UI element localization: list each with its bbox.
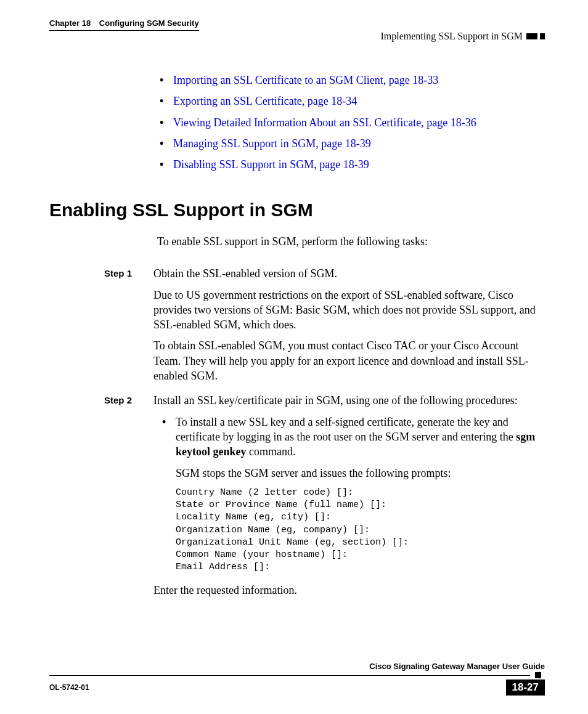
xref-link[interactable]: Exporting an SSL Certificate, page 18-34 bbox=[173, 95, 357, 107]
bullet-text-post: command. bbox=[247, 445, 296, 458]
paragraph: SGM stops the SGM server and issues the … bbox=[176, 466, 545, 481]
paragraph: Install an SSL key/certificate pair in S… bbox=[153, 393, 545, 408]
list-item: Disabling SSL Support in SGM, page 18-39 bbox=[157, 157, 545, 172]
paragraph: Enter the requested information. bbox=[153, 583, 545, 598]
header-right: Implementing SSL Support in SGM bbox=[49, 31, 545, 42]
top-link-list: Importing an SSL Certificate to an SGM C… bbox=[157, 73, 545, 172]
chapter-title: Configuring SGM Security bbox=[99, 18, 199, 28]
footer-guide-title: Cisco Signaling Gateway Manager User Gui… bbox=[49, 662, 545, 671]
step-body: Obtain the SSL-enabled version of SGM. D… bbox=[153, 266, 545, 389]
paragraph: Due to US government restrictions on the… bbox=[153, 288, 545, 333]
header-rule bbox=[49, 30, 199, 31]
page-footer: Cisco Signaling Gateway Manager User Gui… bbox=[49, 662, 545, 696]
list-item: Importing an SSL Certificate to an SGM C… bbox=[157, 73, 545, 87]
header-section-title: Implementing SSL Support in SGM bbox=[380, 31, 523, 42]
page-number: 18-27 bbox=[506, 680, 545, 696]
page-content: Importing an SSL Certificate to an SGM C… bbox=[49, 73, 545, 604]
sub-bullet-list: To install a new SSL key and a self-sign… bbox=[153, 415, 545, 481]
list-item: Exporting an SSL Certificate, page 18-34 bbox=[157, 94, 545, 108]
footer-rule bbox=[49, 675, 530, 676]
step-body: Install an SSL key/certificate pair in S… bbox=[153, 393, 545, 604]
xref-link[interactable]: Managing SSL Support in SGM, page 18-39 bbox=[173, 137, 371, 150]
list-item: Viewing Detailed Information About an SS… bbox=[157, 115, 545, 130]
footer-marker-icon bbox=[535, 672, 541, 678]
header-left: Chapter 18 Configuring SGM Security bbox=[49, 18, 199, 31]
section-heading: Enabling SSL Support in SGM bbox=[49, 198, 545, 223]
bullet-text-pre: To install a new SSL key and a self-sign… bbox=[176, 416, 516, 443]
step-1: Step 1 Obtain the SSL-enabled version of… bbox=[157, 266, 545, 389]
intro-text: To enable SSL support in SGM, perform th… bbox=[157, 234, 545, 249]
xref-link[interactable]: Viewing Detailed Information About an SS… bbox=[173, 116, 476, 129]
chapter-label: Chapter 18 bbox=[49, 18, 91, 28]
page-header: Chapter 18 Configuring SGM Security Impl… bbox=[49, 18, 545, 42]
paragraph: To obtain SSL-enabled SGM, you must cont… bbox=[153, 338, 545, 383]
step-2: Step 2 Install an SSL key/certificate pa… bbox=[157, 393, 545, 604]
doc-id: OL-5742-01 bbox=[49, 683, 89, 692]
header-marker-icon bbox=[526, 33, 537, 39]
step-label: Step 2 bbox=[104, 393, 153, 604]
step-label: Step 1 bbox=[104, 266, 153, 389]
list-item: To install a new SSL key and a self-sign… bbox=[153, 415, 545, 481]
header-marker-small-icon bbox=[540, 33, 545, 39]
list-item: Managing SSL Support in SGM, page 18-39 bbox=[157, 136, 545, 151]
xref-link[interactable]: Importing an SSL Certificate to an SGM C… bbox=[173, 74, 438, 86]
paragraph: Obtain the SSL-enabled version of SGM. bbox=[153, 266, 545, 281]
xref-link[interactable]: Disabling SSL Support in SGM, page 18-39 bbox=[173, 158, 369, 171]
code-block: Country Name (2 letter code) []: State o… bbox=[176, 487, 545, 574]
